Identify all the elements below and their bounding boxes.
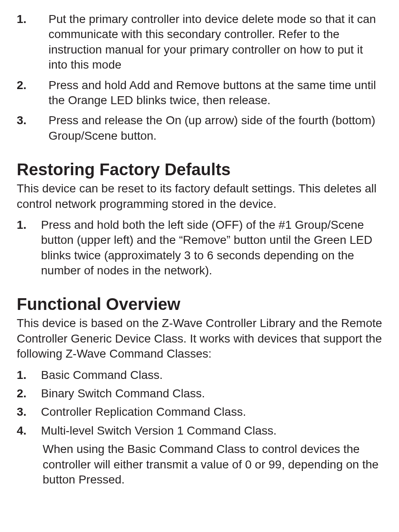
list-text: Controller Replication Command Class.: [41, 404, 246, 419]
list-marker: 1.: [17, 12, 49, 27]
restoring-steps-list: 1. Press and hold both the left side (OF…: [17, 217, 382, 279]
list-item: 3. Press and release the On (up arrow) s…: [17, 113, 382, 143]
list-text: Press and release the On (up arrow) side…: [49, 113, 382, 143]
list-text: Put the primary controller into device d…: [49, 12, 382, 73]
section-title-functional: Functional Overview: [17, 294, 382, 314]
functional-list: 1. Basic Command Class. 2. Binary Switch…: [17, 368, 382, 439]
list-marker: 2.: [17, 386, 41, 401]
list-marker: 4.: [17, 423, 41, 438]
section-title-restoring: Restoring Factory Defaults: [17, 159, 382, 179]
list-item: 1. Basic Command Class.: [17, 368, 382, 383]
list-text: Basic Command Class.: [41, 368, 163, 383]
top-steps-section: 1. Put the primary controller into devic…: [17, 12, 382, 143]
list-text: Press and hold Add and Remove buttons at…: [49, 78, 382, 108]
list-item: 4. Multi-level Switch Version 1 Command …: [17, 423, 382, 438]
top-steps-list: 1. Put the primary controller into devic…: [17, 12, 382, 143]
list-item: 3. Controller Replication Command Class.: [17, 404, 382, 419]
list-item: 2. Binary Switch Command Class.: [17, 386, 382, 401]
restoring-defaults-section: Restoring Factory Defaults This device c…: [17, 159, 382, 278]
functional-intro: This device is based on the Z-Wave Contr…: [17, 316, 382, 361]
list-text: Binary Switch Command Class.: [41, 386, 205, 401]
list-marker: 1.: [17, 368, 41, 383]
list-marker: 2.: [17, 78, 49, 93]
list-marker: 3.: [17, 113, 49, 128]
list-item: 1. Put the primary controller into devic…: [17, 12, 382, 73]
list-marker: 3.: [17, 404, 41, 419]
functional-note: When using the Basic Command Class to co…: [43, 442, 382, 487]
list-item: 2. Press and hold Add and Remove buttons…: [17, 78, 382, 108]
restoring-intro: This device can be reset to its factory …: [17, 181, 382, 212]
list-text: Multi-level Switch Version 1 Command Cla…: [41, 423, 276, 438]
list-marker: 1.: [17, 217, 41, 233]
document-page: 1. Put the primary controller into devic…: [0, 0, 399, 532]
functional-overview-section: Functional Overview This device is based…: [17, 294, 382, 487]
list-text: Press and hold both the left side (OFF) …: [41, 217, 382, 279]
list-item: 1. Press and hold both the left side (OF…: [17, 217, 382, 279]
